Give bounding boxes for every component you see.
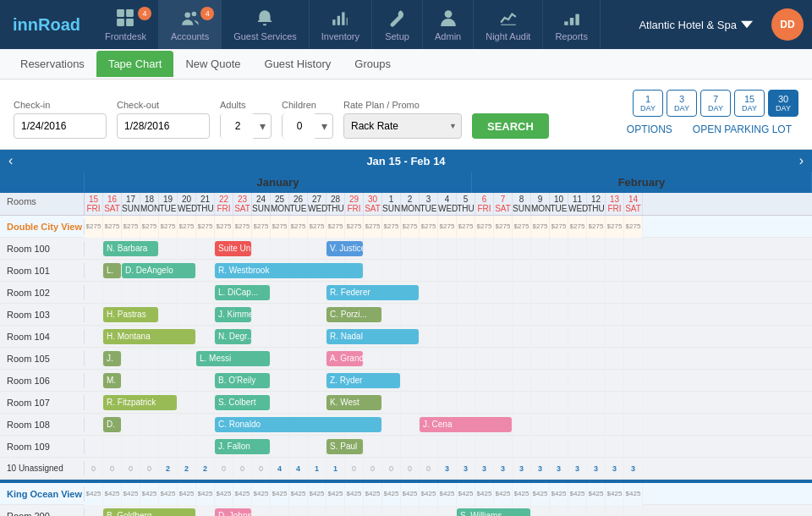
open-parking-button[interactable]: OPEN PARKING LOT [686,120,798,139]
booking-room-102[interactable]: L. DiCap... [215,285,270,300]
nav-item-inventory[interactable]: Inventory [310,0,372,49]
booking-room-105[interactable]: J. [103,351,121,366]
nav-item-accounts[interactable]: Accounts 4 [159,0,222,49]
rate-cell-23 [513,326,531,348]
nav-item-guest-services[interactable]: Guest Services [222,0,310,49]
user-avatar[interactable]: DD [771,8,804,41]
rate-cell-10 [271,392,289,414]
booking-room-109[interactable]: J. Fallon [215,439,270,454]
booking-room-105[interactable]: L. Messi [196,351,270,366]
svg-rect-3 [127,19,134,26]
unassigned-cell-1: 0 [103,458,122,480]
booking-room-103[interactable]: C. Porzi... [326,307,381,322]
booking-room-106[interactable]: B. O'Reily [215,373,270,388]
booking-room-101[interactable]: D. DeAngelo [122,263,195,278]
adults-down-btn[interactable]: ▾ [255,119,271,133]
unassigned-cell-13: 1 [326,458,345,480]
rate-cell-4 [159,238,178,260]
nav-item-setup[interactable]: Setup [372,0,423,49]
rate-cell-2 [122,282,140,304]
date-num: 1 [382,195,400,204]
booking-room-107[interactable]: S. Colbert [215,395,270,410]
sub-nav-guest-history[interactable]: Guest History [253,51,343,77]
rate-cell-11 [289,348,308,370]
rate-cell-20 [457,304,475,326]
nav-item-admin[interactable]: Admin [423,0,474,49]
day-15-button[interactable]: 15DAY [734,90,765,117]
inventory-label: Inventory [321,31,359,41]
hotel-name[interactable]: Atlantic Hotel & Spa [628,0,763,49]
rate-cell-29 [624,326,643,348]
booking-room-104[interactable]: H. Montana [103,329,195,344]
room-cells: $425$425$425$425$425$425$425$425$425$425… [85,483,812,505]
booking-room-100[interactable]: N. Barbara [103,241,158,256]
unassigned-cell-4: 2 [159,458,178,480]
sub-nav-reservations[interactable]: Reservations [8,51,96,77]
booking-room-106[interactable]: Z. Ryder [326,373,400,388]
booking-room-200[interactable]: S. Williams [457,508,530,517]
booking-room-101[interactable]: R. Westbrook [215,263,363,278]
rate-cell-21 [475,282,494,304]
frontdesk-label: Frontdesk [105,31,146,41]
date-cell-12: 27WED [308,193,326,215]
booking-room-107[interactable]: K. West [326,395,381,410]
booking-room-107[interactable]: R. Fitzpatrick [103,395,177,410]
adults-input[interactable] [221,113,255,139]
booking-room-108[interactable]: C. Ronaldo [215,417,381,432]
booking-room-100[interactable]: V. Justice [326,241,363,256]
nav-item-night-audit[interactable]: Night Audit [474,0,543,49]
rate-cell-28: $275 [606,216,624,238]
rate-cell-28 [606,238,624,260]
booking-room-108[interactable]: J. Cena [420,417,512,432]
unassigned-cell-24: 3 [531,458,550,480]
booking-room-106[interactable]: M. [103,373,121,388]
next-month-btn[interactable]: › [799,153,804,168]
date-day: FRI [85,204,102,213]
sub-nav-tape-chart[interactable]: Tape Chart [96,51,174,77]
day-3-button[interactable]: 3DAY [667,90,697,117]
room-name-label: Room 106 [0,373,85,388]
rate-cell-12 [308,392,326,414]
options-button[interactable]: OPTIONS [620,120,679,139]
date-cell-15: 30SAT [364,193,382,215]
day-1-button[interactable]: 1DAY [633,90,663,117]
rate-cell-6: $425 [196,483,215,505]
booking-room-102[interactable]: R. Federer [326,285,419,300]
sub-nav-groups[interactable]: Groups [343,51,403,77]
booking-room-109[interactable]: S. Paul [326,439,363,454]
children-input[interactable] [283,113,316,139]
rate-cell-11 [289,304,308,326]
search-button[interactable]: SEARCH [472,113,549,139]
rate-cell-12 [308,282,326,304]
booking-room-108[interactable]: D. [103,417,121,432]
rate-cell-27 [587,304,606,326]
room-cells: J. FallonS. Paul [85,436,812,458]
booking-room-103[interactable]: J. Kimmel [215,307,251,322]
accounts-label: Accounts [171,31,209,41]
rate-select[interactable]: Rack Rate [343,113,462,139]
unassigned-cell-0: 0 [85,458,103,480]
booking-room-104[interactable]: R. Nadal [326,329,419,344]
booking-room-200[interactable]: D. Johns... [215,508,251,517]
rate-cell-16 [382,436,401,458]
day-30-button[interactable]: 30DAY [768,90,798,117]
checkout-input[interactable] [117,113,210,139]
booking-room-105[interactable]: A. Grande [326,351,363,366]
booking-room-101[interactable]: L. [103,263,121,278]
date-day: TUE [159,204,177,213]
rate-cell-17 [401,414,420,436]
prev-month-btn[interactable]: ‹ [8,153,13,168]
nav-item-reports[interactable]: Reports [543,0,601,49]
nav-item-frontdesk[interactable]: Frontdesk 4 [93,0,159,49]
rate-cell-15: $275 [364,216,382,238]
booking-room-100[interactable]: Suite Un... [215,241,251,256]
sub-nav-new-quote[interactable]: New Quote [173,51,252,77]
sub-nav-items: ReservationsTape ChartNew QuoteGuest His… [8,51,403,77]
children-down-btn[interactable]: ▾ [316,119,332,133]
day-7-button[interactable]: 7DAY [700,90,731,117]
checkin-input[interactable] [14,113,107,139]
booking-room-200[interactable]: B. Goldberg [103,508,195,517]
unassigned-cell-2: 0 [122,458,140,480]
booking-room-103[interactable]: H. Pastras [103,307,158,322]
booking-room-104[interactable]: N. Degr... [215,329,251,344]
